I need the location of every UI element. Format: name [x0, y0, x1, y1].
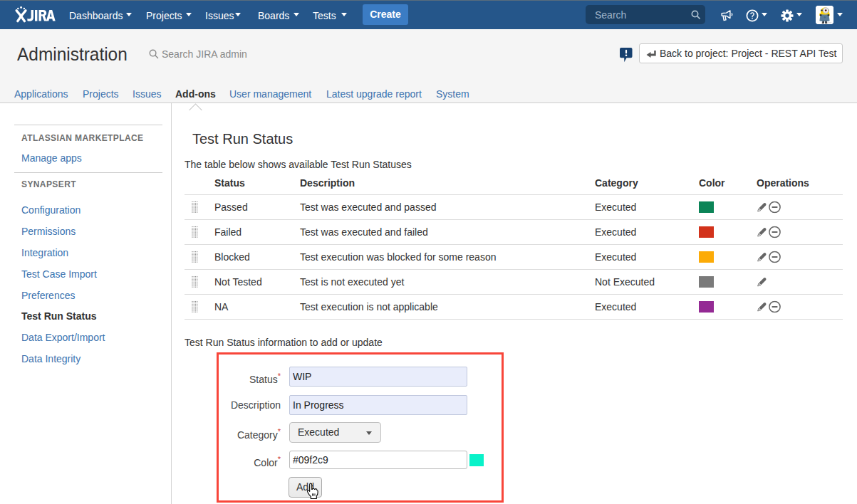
svg-text:Administration: Administration: [17, 43, 128, 64]
